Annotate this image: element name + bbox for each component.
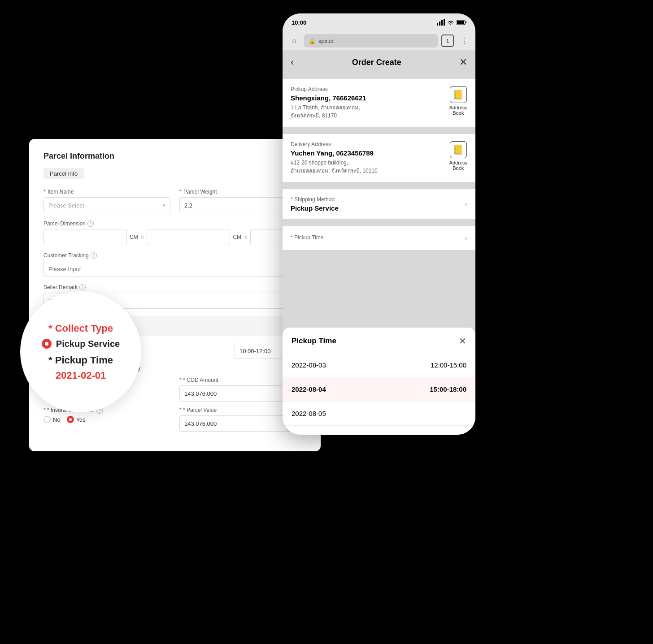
delivery-address-type: Delivery Address	[291, 141, 449, 147]
order-header: ‹ Order Create ✕	[283, 50, 475, 74]
pickup-time-row-2[interactable]: 2022-08-04 15:00-18:00	[283, 377, 475, 402]
form-row-1: * Item Name Please Select ▾ * Parcel Wei…	[44, 188, 306, 213]
tracking-input[interactable]	[44, 261, 306, 277]
pickup-address-type: Pickup Address	[291, 86, 449, 92]
delivery-address-info: Delivery Address Yuchen Yang, 0623456789…	[291, 141, 449, 175]
remark-info-icon[interactable]: ?	[79, 284, 86, 290]
status-time: 10:00	[292, 19, 306, 26]
collect-type-content: * Collect Type Pickup Service * Pickup T…	[42, 323, 120, 381]
form-row-tracking: Customer Tracking ?	[44, 252, 306, 277]
battery-icon	[457, 20, 466, 25]
pickup-service-radio[interactable]	[42, 339, 52, 349]
pickup-time-modal: Pickup Time ✕ 2022-08-03 12:00-15:00 202…	[283, 328, 475, 431]
back-button[interactable]: ‹	[291, 56, 294, 68]
address-book-icon-delivery: 📒	[450, 141, 467, 158]
parcel-weight-input[interactable]	[179, 197, 291, 213]
pickup-address-line2: จังหวัดกระบี่, 81170	[291, 112, 449, 120]
pickup-modal-title: Pickup Time	[292, 337, 336, 346]
insurance-yes-option[interactable]: Yes	[67, 416, 86, 423]
item-name-label: * Item Name	[44, 188, 170, 195]
pickup-address-line1: 1 La Thành, อำเภอคลองท่อม,	[291, 104, 449, 112]
delivery-address-line1: #12-20 shoppe building,	[291, 159, 449, 167]
pickup-date-3: 2022-08-05	[292, 410, 466, 417]
pickup-time-1: 12:00-15:00	[431, 361, 466, 369]
svg-rect-3	[444, 19, 445, 26]
svg-rect-2	[441, 20, 443, 26]
pickup-date-1: 2022-08-03	[292, 361, 431, 369]
url-bar[interactable]: 🔒 spx.id	[304, 34, 438, 48]
pickup-time-heading: * Pickup Time	[42, 354, 120, 366]
pickup-time-title: * Pickup Time	[291, 234, 465, 241]
insurance-group: * * Insurance Service ? No Yes	[44, 407, 170, 432]
more-options-button[interactable]: ⋮	[457, 35, 470, 47]
tracking-info-icon[interactable]: ?	[91, 252, 97, 259]
parcel-card-title: Parcel Information	[44, 151, 306, 161]
item-name-select[interactable]: Please Select ▾	[44, 197, 170, 213]
phone-browser-bar: ⌂ 🔒 spx.id 1 ⋮	[283, 31, 475, 50]
delivery-address-row: Delivery Address Yuchen Yang, 0623456789…	[291, 141, 467, 175]
delivery-address-block: Delivery Address Yuchen Yang, 0623456789…	[283, 134, 475, 182]
form-row-2: Parcel Dimension ? CM × CM × CM Item Qua…	[44, 220, 306, 245]
wifi-icon	[447, 20, 454, 25]
delivery-address-line2: อำเภอคลองท่อม, จังหวัดกระบี่, 10110	[291, 167, 449, 175]
svg-rect-0	[437, 23, 438, 26]
lock-icon: 🔒	[309, 38, 316, 44]
status-icons	[437, 19, 466, 26]
pickup-modal-header: Pickup Time ✕	[283, 328, 475, 353]
shipping-method-chevron-icon: ›	[465, 199, 467, 209]
pickup-service-row: Pickup Service	[42, 339, 120, 349]
svg-rect-6	[466, 22, 466, 23]
dim-cm-1: CM	[130, 234, 138, 240]
parcel-info-tab[interactable]: Parcel Info	[44, 168, 84, 179]
tracking-label: Customer Tracking ?	[44, 252, 306, 259]
pickup-address-block: Pickup Address Shengxiang, 766626621 1 L…	[283, 79, 475, 127]
shipping-method-info: * Shipping Method Pickup Service	[291, 196, 465, 212]
phone-content: ‹ Order Create ✕ Pickup Address Shengxia…	[283, 50, 475, 431]
svg-rect-5	[457, 21, 464, 24]
pickup-time-2: 15:00-18:00	[430, 385, 466, 393]
pickup-date-2: 2022-08-04	[292, 385, 430, 393]
pickup-date-display: 2021-02-01	[42, 370, 120, 381]
collect-type-bubble: * Collect Type Pickup Service * Pickup T…	[20, 291, 141, 412]
order-title: Order Create	[352, 58, 401, 67]
url-text: spx.id	[318, 38, 334, 44]
shipping-method-label: * Shipping Method	[291, 196, 465, 203]
parcel-value-input[interactable]	[179, 415, 287, 432]
pickup-address-info: Pickup Address Shengxiang, 766626621 1 L…	[291, 86, 449, 120]
insurance-options: No Yes	[44, 416, 170, 423]
pickup-service-label: Pickup Service	[56, 339, 120, 349]
dim-cm-2: CM	[233, 234, 241, 240]
collect-type-heading: * Collect Type	[42, 323, 120, 334]
home-button[interactable]: ⌂	[288, 35, 300, 47]
pickup-time-row-3[interactable]: 2022-08-05	[283, 402, 475, 426]
delivery-address-book-label: AddressBook	[449, 160, 467, 171]
phone-status-bar: 10:00	[283, 13, 475, 31]
pickup-time-chevron-icon: ›	[465, 233, 467, 243]
pickup-modal-close-button[interactable]: ✕	[459, 336, 466, 346]
insurance-no-option[interactable]: No	[44, 416, 61, 423]
tab-count-button[interactable]: 1	[441, 35, 454, 47]
close-button[interactable]: ✕	[459, 56, 467, 68]
shipping-method-value: Pickup Service	[291, 204, 465, 212]
pickup-address-book-button[interactable]: 📒 AddressBook	[449, 86, 467, 116]
pickup-time-info: * Pickup Time	[291, 234, 465, 242]
delivery-address-book-button[interactable]: 📒 AddressBook	[449, 141, 467, 171]
remark-label: Seller Remark ?	[44, 284, 306, 290]
item-name-group: * Item Name Please Select ▾	[44, 188, 170, 213]
pickup-address-name: Shengxiang, 766626621	[291, 94, 449, 102]
dimension-length-input[interactable]	[44, 229, 127, 245]
pickup-time-block[interactable]: * Pickup Time ›	[283, 226, 475, 250]
shipping-method-block[interactable]: * Shipping Method Pickup Service ›	[283, 189, 475, 219]
item-name-chevron-icon: ▾	[163, 203, 165, 208]
dimension-width-input[interactable]	[147, 229, 230, 245]
delivery-address-name: Yuchen Yang, 0623456789	[291, 149, 449, 157]
insurance-no-radio[interactable]	[44, 416, 51, 423]
cod-amount-input[interactable]	[179, 385, 287, 402]
insurance-yes-radio[interactable]	[67, 416, 74, 423]
phone-frame: 10:00 ⌂ 🔒	[283, 13, 475, 435]
dimension-info-icon[interactable]: ?	[87, 220, 94, 227]
pickup-time-row-1[interactable]: 2022-08-03 12:00-15:00	[283, 353, 475, 377]
pickup-address-book-label: AddressBook	[449, 105, 467, 116]
tracking-group: Customer Tracking ?	[44, 252, 306, 277]
signal-icon	[437, 19, 445, 26]
